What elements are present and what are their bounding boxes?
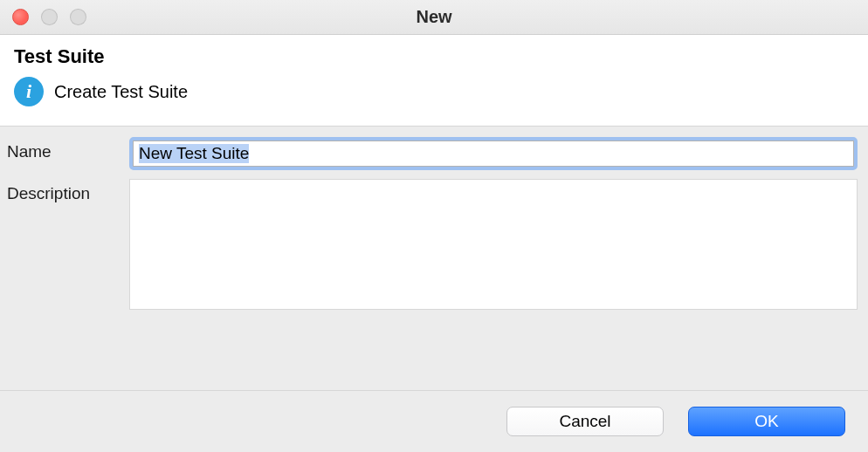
name-row: Name [7,137,861,170]
dialog-subtitle: Create Test Suite [54,82,188,102]
window-controls [0,9,86,25]
close-window-icon[interactable] [12,9,29,25]
description-row: Description [7,179,861,314]
info-icon-glyph: i [26,80,31,103]
dialog-header: Test Suite i Create Test Suite [0,35,868,127]
name-field-focus-ring [129,137,858,170]
dialog-subtitle-row: i Create Test Suite [14,77,854,106]
cancel-button[interactable]: Cancel [506,407,664,436]
minimize-window-icon[interactable] [41,9,58,25]
info-icon: i [14,77,44,106]
zoom-window-icon[interactable] [70,9,86,25]
window-title: New [0,7,868,27]
ok-button[interactable]: OK [688,407,845,436]
form-area: Name Description [0,127,868,391]
titlebar: New [0,0,868,35]
dialog-footer: Cancel OK [0,391,868,452]
name-label: Name [7,137,129,161]
dialog-heading: Test Suite [14,45,854,68]
description-input[interactable] [129,179,858,310]
name-input[interactable] [133,140,854,167]
description-label: Description [7,179,129,203]
